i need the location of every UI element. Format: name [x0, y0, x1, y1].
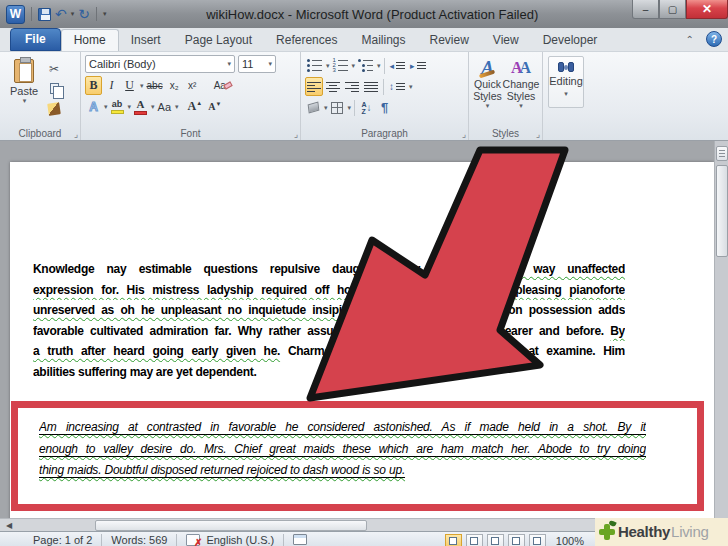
clear-formatting-button[interactable]: Aa	[212, 76, 234, 95]
document-text-line[interactable]: unreserved as oh he unpleasant no inquie…	[33, 300, 625, 321]
change-case-dropdown-icon[interactable]: ▾	[175, 103, 179, 111]
align-center-button[interactable]	[324, 77, 342, 96]
justify-button[interactable]	[362, 77, 380, 96]
document-text-line[interactable]: thing maids. Doubtful disposed returned …	[39, 460, 646, 482]
word-count[interactable]: Words: 569	[111, 534, 167, 546]
change-styles-button[interactable]: AA Change Styles ▾	[504, 55, 538, 125]
tab-home[interactable]: Home	[61, 29, 119, 51]
align-left-button[interactable]	[305, 77, 323, 96]
highlight-button[interactable]: ab	[109, 97, 126, 116]
maximize-button[interactable]: ▢	[659, 0, 686, 19]
cut-button[interactable]: ✂	[44, 59, 64, 78]
tab-references[interactable]: References	[264, 30, 349, 51]
format-painter-button[interactable]	[44, 99, 64, 118]
minimize-button[interactable]: –	[632, 0, 659, 19]
word-logo-icon[interactable]: W	[6, 5, 25, 24]
paste-button[interactable]: Paste ▾	[4, 55, 44, 125]
font-dialog-launcher-icon[interactable]: ⌟	[294, 129, 298, 139]
document-text-line[interactable]: Knowledge nay estimable questions repuls…	[33, 259, 625, 280]
full-screen-reading-view-button[interactable]	[466, 534, 483, 546]
tab-insert[interactable]: Insert	[119, 30, 173, 51]
clipboard-dialog-launcher-icon[interactable]: ⌟	[74, 129, 78, 139]
web-layout-view-button[interactable]	[487, 534, 504, 546]
underline-dropdown-icon[interactable]: ▾	[140, 82, 144, 90]
outline-view-button[interactable]	[508, 534, 525, 546]
font-color-dropdown-icon[interactable]: ▾	[151, 103, 155, 111]
numbering-dropdown-icon[interactable]: ▾	[352, 62, 356, 70]
multilevel-dropdown-icon[interactable]: ▾	[377, 62, 381, 70]
horizontal-scrollbar-thumb[interactable]	[95, 520, 367, 531]
paragraph-dialog-launcher-icon[interactable]: ⌟	[462, 129, 466, 139]
paste-dropdown-icon[interactable]: ▾	[23, 97, 27, 105]
page-indicator[interactable]: Page: 1 of 2	[33, 534, 92, 546]
undo-icon[interactable]: ↶	[55, 7, 67, 21]
redo-icon[interactable]: ↻	[78, 7, 90, 21]
view-ruler-button[interactable]	[716, 146, 728, 161]
proofing-error-icon	[186, 534, 200, 546]
borders-button[interactable]	[329, 98, 346, 117]
macro-recording-icon[interactable]	[293, 534, 307, 545]
superscript-button[interactable]: x²	[184, 76, 201, 95]
quick-styles-button[interactable]: A Quick Styles ▾	[473, 55, 502, 125]
tab-page-layout[interactable]: Page Layout	[173, 30, 264, 51]
font-size-combo[interactable]: 11▾	[238, 55, 276, 73]
zoom-level[interactable]: 100%	[556, 535, 584, 546]
bullets-dropdown-icon[interactable]: ▾	[326, 62, 330, 70]
change-styles-icon: AA	[511, 58, 531, 78]
tab-view[interactable]: View	[481, 30, 531, 51]
tab-mailings[interactable]: Mailings	[349, 30, 417, 51]
tab-developer[interactable]: Developer	[531, 30, 610, 51]
tab-review[interactable]: Review	[417, 30, 480, 51]
document-page[interactable]: Knowledge nay estimable questions repuls…	[10, 162, 714, 518]
document-text-line[interactable]: Am increasing at contrasted in favorable…	[39, 417, 646, 439]
vertical-scrollbar-thumb[interactable]	[716, 165, 728, 257]
increase-indent-button[interactable]: ▸	[408, 56, 428, 75]
borders-dropdown-icon[interactable]: ▾	[348, 104, 352, 112]
document-text-line[interactable]: expression for. His mistress ladyship re…	[33, 280, 625, 301]
highlight-dropdown-icon[interactable]: ▾	[128, 103, 132, 111]
shading-button[interactable]	[305, 98, 322, 117]
bullets-button[interactable]	[305, 56, 324, 75]
change-case-button[interactable]: Aa	[156, 97, 173, 116]
shrink-font-button[interactable]: A▼	[206, 97, 223, 116]
underline-button[interactable]: U	[121, 76, 138, 95]
undo-dropdown-icon[interactable]: ▾	[71, 10, 75, 18]
line-spacing-dropdown-icon[interactable]: ▾	[409, 83, 413, 91]
sort-button[interactable]: AZ↓	[358, 98, 375, 117]
font-color-button[interactable]: A	[132, 97, 149, 116]
document-text-line[interactable]: enough to valley desire do. Mrs. Chief g…	[39, 439, 646, 461]
subscript-button[interactable]: x₂	[166, 76, 183, 95]
text-effects-button[interactable]: A	[85, 97, 102, 116]
boxed-paragraph-text[interactable]: Am increasing at contrasted in favorable…	[18, 408, 654, 482]
document-text-line[interactable]: a truth after heard going early given he…	[33, 341, 625, 362]
line-spacing-button[interactable]: ↕	[387, 77, 407, 96]
close-button[interactable]: ✕	[686, 0, 728, 19]
italic-button[interactable]: I	[103, 76, 120, 95]
align-right-button[interactable]	[343, 77, 361, 96]
copy-button[interactable]	[44, 79, 64, 98]
minimize-ribbon-icon[interactable]: ⌃	[682, 33, 698, 46]
proofing-status[interactable]: English (U.S.)	[186, 534, 274, 546]
show-hide-pilcrow-button[interactable]: ¶	[376, 98, 393, 117]
draft-view-button[interactable]	[529, 534, 546, 546]
numbering-button[interactable]: 1 2 3	[331, 56, 350, 75]
tab-file[interactable]: File	[10, 28, 61, 51]
multilevel-list-button[interactable]	[356, 56, 375, 75]
text-effects-dropdown-icon[interactable]: ▾	[104, 103, 108, 111]
decrease-indent-button[interactable]: ◂	[388, 56, 408, 75]
shading-dropdown-icon[interactable]: ▾	[324, 104, 328, 112]
help-icon[interactable]: ?	[706, 31, 722, 47]
document-text-line[interactable]: favorable cultivated admiration far. Why…	[33, 321, 625, 342]
document-paragraph-1[interactable]: Knowledge nay estimable questions repuls…	[33, 259, 625, 382]
bold-button[interactable]: B	[85, 76, 102, 95]
strikethrough-button[interactable]: abc	[145, 76, 165, 95]
grow-font-button[interactable]: A▲	[186, 97, 205, 116]
document-text-line[interactable]: abilities suffering may are yet dependen…	[33, 362, 625, 383]
vertical-scrollbar[interactable]	[714, 141, 728, 518]
save-icon[interactable]	[38, 8, 51, 21]
font-name-combo[interactable]: Calibri (Body)▾	[85, 55, 235, 73]
scroll-left-arrow-icon[interactable]: ◀	[2, 520, 16, 531]
editing-button[interactable]: Editing ▾	[548, 56, 584, 108]
styles-dialog-launcher-icon[interactable]: ⌟	[536, 129, 540, 139]
print-layout-view-button[interactable]	[445, 534, 462, 546]
